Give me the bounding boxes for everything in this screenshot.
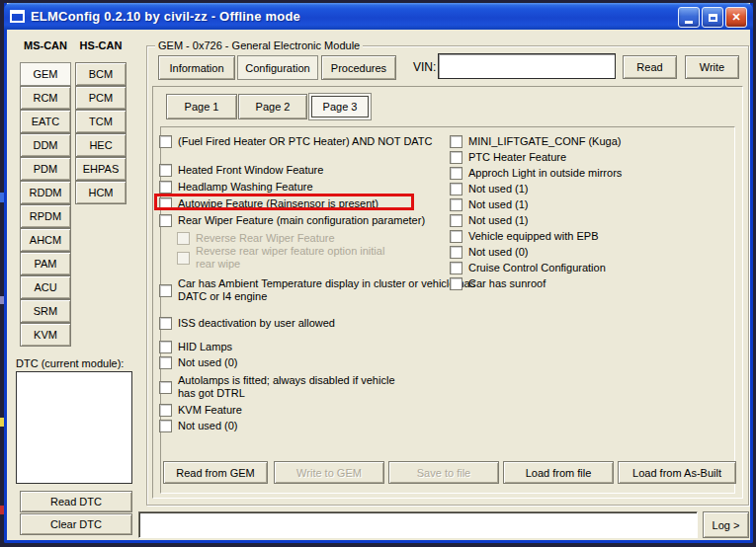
module-button-tcm[interactable]: TCM: [75, 110, 126, 133]
module-button-eatc[interactable]: EATC: [20, 110, 71, 133]
checkbox-label: Heated Front Window Feature: [178, 164, 464, 177]
tab-procedures[interactable]: Procedures: [321, 55, 396, 80]
checkbox-row[interactable]: Not used (0): [159, 420, 464, 432]
module-button-acu[interactable]: ACU: [20, 275, 71, 299]
read-from-gem-button[interactable]: Read from GEM: [163, 461, 268, 484]
checkbox-label: Not used (0): [178, 420, 464, 432]
checkbox-label: Not used (1): [468, 183, 725, 195]
checkbox[interactable]: [159, 164, 172, 177]
module-button-ahcm[interactable]: AHCM: [20, 228, 71, 252]
dtc-listbox[interactable]: [16, 371, 132, 484]
checkbox-row[interactable]: (Fuel Fired Heater OR PTC Heater) AND NO…: [159, 135, 464, 148]
checkbox-row[interactable]: Cruise Control Configuration: [450, 262, 725, 274]
checkbox[interactable]: [450, 214, 462, 227]
checkbox-row[interactable]: HID Lamps: [159, 341, 464, 353]
checkbox[interactable]: [159, 284, 172, 297]
titlebar[interactable]: ELMConfig 0.2.10 by civil-zz - Offline m…: [4, 3, 753, 30]
page-1-button[interactable]: Page 1: [166, 94, 237, 119]
load-from-file-button[interactable]: Load from file: [503, 461, 614, 484]
checkbox-row[interactable]: Car has sunroof: [450, 277, 725, 290]
checkbox[interactable]: [450, 277, 462, 290]
module-button-rcm[interactable]: RCM: [20, 86, 71, 110]
checkbox[interactable]: [450, 262, 462, 274]
checkbox-row[interactable]: Vehicle equipped with EPB: [450, 230, 725, 243]
checkbox[interactable]: [450, 151, 462, 164]
page-3-button[interactable]: Page 3: [308, 93, 372, 120]
checkbox[interactable]: [159, 181, 172, 194]
module-button-rpdm[interactable]: RPDM: [20, 204, 71, 228]
hs-can-label: HS-CAN: [75, 39, 126, 51]
checkbox[interactable]: [450, 167, 462, 180]
checkbox-row[interactable]: Headlamp Washing Feature: [159, 181, 464, 194]
minimize-button[interactable]: [678, 7, 700, 28]
module-button-pcm[interactable]: PCM: [75, 86, 126, 110]
checkbox-label: Cruise Control Configuration: [468, 262, 725, 274]
checkbox[interactable]: [159, 317, 172, 330]
checkbox-row[interactable]: Not used (0): [450, 246, 725, 259]
checkbox-row[interactable]: Reverse rear wiper feature option initia…: [177, 245, 398, 271]
checkbox-row[interactable]: Approch Light in outside mirrors: [450, 167, 725, 180]
checkbox[interactable]: [159, 404, 172, 417]
read-dtc-button[interactable]: Read DTC: [20, 491, 132, 512]
vin-input[interactable]: [438, 53, 616, 79]
elmconfig-window: ELMConfig 0.2.10 by civil-zz - Offline m…: [4, 3, 753, 543]
checkbox-row[interactable]: Reverse Rear Wiper Feature: [177, 232, 482, 245]
checkbox-row[interactable]: Rear Wiper Feature (main configuration p…: [159, 214, 474, 227]
checkbox-label: KVM Feature: [178, 404, 464, 417]
checkbox: [177, 252, 190, 265]
clear-dtc-button[interactable]: Clear DTC: [20, 513, 132, 535]
checkbox-label: Reverse rear wiper feature option initia…: [196, 245, 398, 271]
checkbox[interactable]: [450, 246, 462, 259]
log-button[interactable]: Log >: [703, 511, 749, 538]
checkbox-row[interactable]: Not used (1): [450, 183, 725, 195]
checkbox-row[interactable]: ISS deactivation by user allowed: [159, 317, 464, 330]
highlight-rectangle: [154, 194, 414, 210]
maximize-button[interactable]: [702, 7, 723, 28]
checkbox[interactable]: [159, 381, 172, 394]
checkbox[interactable]: [159, 341, 172, 353]
checkbox-row[interactable]: Autolamps is fitted; always disabled if …: [159, 374, 413, 400]
module-button-gem[interactable]: GEM: [20, 62, 71, 86]
checkbox-row[interactable]: PTC Heater Feature: [450, 151, 725, 164]
tab-configuration[interactable]: Configuration: [237, 55, 318, 80]
module-button-srm[interactable]: SRM: [20, 299, 71, 323]
checkbox-row[interactable]: Car has Ambient Temperature display in c…: [159, 277, 476, 303]
desktop: { "window": { "title": "ELMConfig 0.2.10…: [0, 0, 756, 547]
log-input[interactable]: [138, 511, 698, 538]
tab-information[interactable]: Information: [158, 55, 235, 80]
checkbox-label: Approch Light in outside mirrors: [468, 167, 725, 180]
ms-can-column: GEMRCMEATCDDMPDMRDDMRPDMAHCMPAMACUSRMKVM: [20, 62, 71, 347]
checkbox[interactable]: [159, 420, 172, 432]
checkbox-row[interactable]: Heated Front Window Feature: [159, 164, 464, 177]
module-button-ddm[interactable]: DDM: [20, 133, 71, 157]
checkbox[interactable]: [159, 135, 172, 148]
checkbox-label: Not used (1): [468, 214, 725, 227]
read-button[interactable]: Read: [623, 55, 677, 79]
checkbox-row[interactable]: Not used (1): [450, 214, 725, 227]
checkbox[interactable]: [159, 356, 172, 369]
module-button-hec[interactable]: HEC: [75, 133, 126, 157]
page-2-button[interactable]: Page 2: [238, 94, 307, 119]
module-button-rddm[interactable]: RDDM: [20, 181, 71, 204]
checkbox-row[interactable]: Not used (1): [450, 198, 725, 211]
close-button[interactable]: ✕: [725, 7, 747, 28]
checkbox-row[interactable]: MINI_LIFTGATE_CONF (Kuga): [450, 135, 725, 148]
module-button-kvm[interactable]: KVM: [20, 323, 71, 347]
checkbox-row[interactable]: KVM Feature: [159, 404, 464, 417]
module-button-hcm[interactable]: HCM: [75, 181, 126, 204]
module-button-pam[interactable]: PAM: [20, 252, 71, 275]
write-button[interactable]: Write: [685, 55, 739, 79]
checkbox-row[interactable]: Not used (0): [159, 356, 464, 369]
checkbox-label: Car has sunroof: [468, 277, 725, 290]
checkbox[interactable]: [450, 135, 462, 148]
module-button-bcm[interactable]: BCM: [75, 62, 126, 86]
vin-label: VIN:: [413, 60, 436, 74]
checkbox[interactable]: [450, 230, 462, 243]
checkbox[interactable]: [450, 183, 462, 195]
checkbox[interactable]: [159, 214, 172, 227]
checkbox[interactable]: [450, 198, 462, 211]
module-button-pdm[interactable]: PDM: [20, 157, 71, 181]
write-to-gem-button: Write to GEM: [274, 461, 384, 484]
module-button-ehpas[interactable]: EHPAS: [75, 157, 126, 181]
load-from-as-built-button[interactable]: Load from As-Built: [618, 461, 736, 484]
